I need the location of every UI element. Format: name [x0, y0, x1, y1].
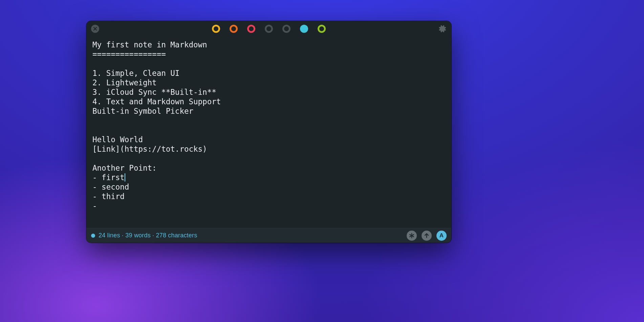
- dot-orange[interactable]: [230, 25, 238, 33]
- status-actions: A: [407, 231, 447, 241]
- settings-button[interactable]: [438, 25, 447, 33]
- note-dot-switcher: [212, 25, 326, 33]
- dot-yellow[interactable]: [212, 25, 220, 33]
- editor-line: 1. Simple, Clean UI: [92, 68, 445, 78]
- status-chars: 278 characters: [156, 232, 197, 239]
- format-letter-icon: A: [439, 232, 444, 239]
- dot-green[interactable]: [318, 25, 326, 33]
- app-window: My first note in Markdown===============…: [86, 21, 451, 243]
- editor-line: [Link](https://tot.rocks): [92, 144, 445, 154]
- gear-icon: [438, 25, 447, 33]
- editor-line: - second: [92, 182, 445, 192]
- dot-gray-2[interactable]: [282, 25, 291, 33]
- editor-line: Another Point:: [92, 163, 445, 173]
- titlebar: [86, 21, 451, 37]
- editor-line: [92, 116, 445, 125]
- editor-line: My first note in Markdown: [92, 40, 445, 49]
- dot-cyan[interactable]: [300, 25, 308, 33]
- editor-line: 3. iCloud Sync **Built-in**: [92, 87, 445, 97]
- asterisk-icon: [409, 233, 415, 239]
- dot-gray-1[interactable]: [265, 25, 273, 33]
- status-words: 39 words: [125, 232, 151, 239]
- editor-line: - third: [92, 192, 445, 201]
- text-cursor: [125, 173, 125, 181]
- status-lines: 24 lines: [99, 232, 120, 239]
- editor-line: [92, 59, 445, 68]
- share-button[interactable]: [422, 231, 432, 241]
- editor-line: [92, 125, 445, 135]
- close-icon: [93, 26, 98, 31]
- dot-red[interactable]: [247, 25, 255, 33]
- status-text: 24 lines · 39 words · 278 characters: [99, 232, 197, 239]
- editor-line: [92, 154, 445, 163]
- format-toggle-button[interactable]: A: [436, 231, 447, 241]
- symbol-picker-button[interactable]: [407, 231, 417, 241]
- editor-area[interactable]: My first note in Markdown===============…: [86, 37, 451, 228]
- arrow-up-icon: [424, 233, 430, 239]
- statusbar: 24 lines · 39 words · 278 characters A: [86, 228, 451, 243]
- close-button[interactable]: [91, 25, 99, 33]
- status-dot-icon: [91, 234, 95, 238]
- editor-line: Built-in Symbol Picker: [92, 106, 445, 116]
- editor-line: -: [92, 201, 445, 211]
- editor-line: Hello World: [92, 135, 445, 144]
- editor-line: - first: [92, 173, 445, 182]
- editor-line: ================: [92, 49, 445, 59]
- editor-line: 4. Text and Markdown Support: [92, 97, 445, 106]
- editor-line: 2. Lightweight: [92, 78, 445, 87]
